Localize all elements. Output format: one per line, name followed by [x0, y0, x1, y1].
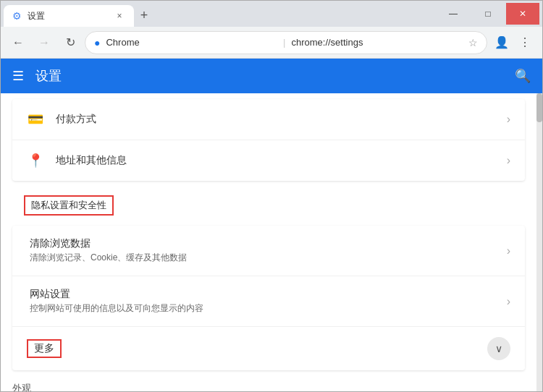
address-chevron-icon: ›: [507, 154, 510, 167]
address-secure-icon: ●: [94, 37, 100, 48]
navigation-bar: ← → ↻ ● Chrome | chrome://settings ☆ 👤 ⋮: [1, 27, 542, 59]
tab-title: 设置: [28, 10, 45, 22]
site-settings-chevron-icon: ›: [507, 295, 510, 308]
address-bar[interactable]: ● Chrome | chrome://settings ☆: [85, 31, 487, 54]
address-title: 地址和其他信息: [56, 154, 507, 167]
settings-page-title: 设置: [35, 67, 62, 85]
maximize-button[interactable]: □: [471, 3, 505, 25]
privacy-settings-card: 清除浏览数据 清除浏览记录、Cookie、缓存及其他数据 › 网站设置 控制网站…: [12, 226, 525, 370]
address-text: 地址和其他信息: [56, 154, 507, 167]
tab-close-button[interactable]: ×: [114, 10, 125, 22]
payment-chevron-icon: ›: [507, 113, 510, 126]
refresh-button[interactable]: ↻: [59, 31, 82, 54]
window-frame: ⚙ 设置 × + — □ ✕ ← → ↻ ● Chrome | chrome:/…: [0, 0, 543, 392]
new-tab-button[interactable]: +: [134, 5, 154, 25]
active-tab[interactable]: ⚙ 设置 ×: [4, 5, 134, 27]
address-item[interactable]: 📍 地址和其他信息 ›: [12, 140, 525, 181]
site-settings-item[interactable]: 网站设置 控制网站可使用的信息以及可向您显示的内容 ›: [12, 276, 525, 327]
more-label: 更多: [27, 339, 62, 358]
close-button[interactable]: ✕: [506, 3, 539, 25]
tab-favicon-icon: ⚙: [12, 10, 22, 22]
scrollbar-track: [536, 93, 542, 391]
settings-content: 💳 付款方式 › 📍 地址和其他信息 › 隐私设置和安全性: [1, 93, 542, 391]
forward-button[interactable]: →: [33, 31, 56, 54]
more-expand-icon[interactable]: ∨: [487, 337, 510, 360]
privacy-section-label: 隐私设置和安全性: [24, 195, 114, 216]
window-controls: — □ ✕: [437, 1, 542, 27]
nav-right-icons: 👤 ⋮: [490, 31, 536, 54]
minimize-button[interactable]: —: [437, 3, 470, 25]
clear-browsing-subtitle: 清除浏览记录、Cookie、缓存及其他数据: [30, 252, 507, 264]
payment-text: 付款方式: [56, 113, 507, 126]
settings-header: ☰ 设置 🔍: [1, 59, 542, 93]
clear-browsing-title: 清除浏览数据: [30, 237, 507, 250]
address-url: chrome://settings: [291, 37, 463, 48]
clear-browsing-text: 清除浏览数据 清除浏览记录、Cookie、缓存及其他数据: [27, 237, 507, 264]
scrollbar-thumb[interactable]: [536, 93, 542, 122]
settings-main-scroll[interactable]: 💳 付款方式 › 📍 地址和其他信息 › 隐私设置和安全性: [1, 93, 536, 391]
payment-title: 付款方式: [56, 113, 507, 126]
address-brand: Chrome: [106, 37, 277, 48]
title-bar: ⚙ 设置 × + — □ ✕: [1, 1, 542, 27]
settings-search-icon[interactable]: 🔍: [515, 68, 531, 84]
clear-browsing-chevron-icon: ›: [507, 244, 510, 257]
address-icon: 📍: [27, 152, 44, 169]
site-settings-subtitle: 控制网站可使用的信息以及可向您显示的内容: [30, 302, 507, 315]
bookmark-star-icon[interactable]: ☆: [468, 37, 478, 48]
tab-area: ⚙ 设置 × +: [1, 1, 437, 27]
address-separator: |: [283, 37, 285, 48]
menu-button[interactable]: ⋮: [513, 31, 536, 54]
site-settings-title: 网站设置: [30, 288, 507, 301]
more-item[interactable]: 更多 ∨: [12, 327, 525, 370]
site-settings-text: 网站设置 控制网站可使用的信息以及可向您显示的内容: [27, 288, 507, 315]
appearance-section-label: 外观: [1, 376, 536, 391]
hamburger-icon[interactable]: ☰: [12, 68, 24, 84]
clear-browsing-item[interactable]: 清除浏览数据 清除浏览记录、Cookie、缓存及其他数据 ›: [12, 226, 525, 276]
profile-button[interactable]: 👤: [490, 31, 513, 54]
back-button[interactable]: ←: [7, 31, 30, 54]
payment-methods-item[interactable]: 💳 付款方式 ›: [12, 99, 525, 140]
top-settings-card: 💳 付款方式 › 📍 地址和其他信息 ›: [12, 99, 525, 181]
privacy-section-container: 隐私设置和安全性: [12, 187, 525, 220]
payment-icon: 💳: [27, 111, 44, 128]
